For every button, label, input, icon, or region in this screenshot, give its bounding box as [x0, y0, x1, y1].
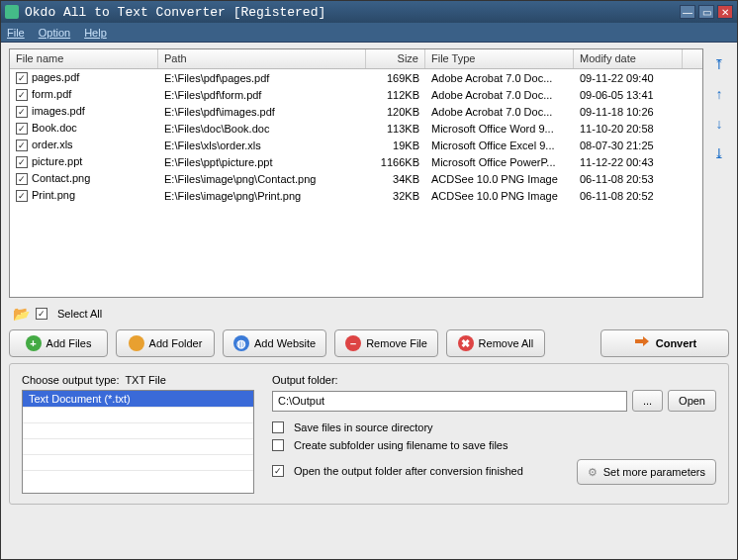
file-path: E:\Files\image\png\Print.png	[158, 189, 366, 203]
output-type-list[interactable]: Text Document (*.txt)	[22, 390, 254, 494]
table-row[interactable]: ✓order.xlsE:\Files\xls\order.xls19KBMicr…	[10, 137, 702, 153]
row-checkbox[interactable]: ✓	[16, 140, 28, 151]
file-name: picture.ppt	[32, 155, 82, 167]
file-type: ACDSee 10.0 PNG Image	[425, 172, 574, 186]
row-checkbox[interactable]: ✓	[16, 173, 28, 185]
file-path: E:\Files\pdf\images.pdf	[158, 105, 366, 119]
col-header-date[interactable]: Modify date	[574, 49, 683, 68]
col-header-type[interactable]: File Type	[425, 49, 574, 68]
file-size: 1166KB	[366, 155, 425, 169]
gear-icon: ⚙	[588, 466, 598, 479]
file-size: 169KB	[366, 71, 425, 85]
open-folder-button[interactable]: Open	[668, 390, 716, 412]
move-top-button[interactable]: ⤒	[711, 56, 727, 72]
file-name: order.xls	[32, 139, 73, 150]
row-checkbox[interactable]: ✓	[16, 190, 28, 202]
folder-up-icon[interactable]: 📂	[13, 306, 30, 322]
file-date: 06-11-08 20:53	[574, 172, 683, 186]
row-checkbox[interactable]: ✓	[16, 156, 28, 168]
add-files-button[interactable]: +Add Files	[9, 329, 108, 357]
file-path: E:\Files\ppt\picture.ppt	[158, 155, 366, 169]
minus-icon: –	[345, 335, 361, 351]
maximize-button[interactable]: ▭	[698, 5, 714, 19]
table-row[interactable]: ✓Book.docE:\Files\doc\Book.doc113KBMicro…	[10, 120, 702, 137]
menu-help[interactable]: Help	[84, 27, 107, 39]
file-path: E:\Files\pdf\pages.pdf	[158, 71, 366, 85]
col-header-name[interactable]: File name	[10, 49, 158, 68]
file-size: 34KB	[366, 172, 425, 186]
file-path: E:\Files\pdf\form.pdf	[158, 88, 366, 102]
set-more-parameters-button[interactable]: ⚙Set more parameters	[577, 459, 716, 485]
browse-button[interactable]: ...	[632, 390, 663, 412]
app-logo-icon	[5, 5, 19, 19]
remove-all-button[interactable]: ✖Remove All	[446, 329, 545, 357]
remove-file-button[interactable]: –Remove File	[334, 329, 438, 357]
row-checkbox[interactable]: ✓	[16, 89, 28, 101]
window-title: Okdo All to Text Converter [Registered]	[25, 5, 680, 20]
remove-all-icon: ✖	[458, 335, 474, 351]
file-date: 08-07-30 21:25	[574, 139, 683, 152]
col-header-path[interactable]: Path	[158, 49, 366, 68]
file-date: 11-10-20 20:58	[574, 122, 683, 136]
file-size: 113KB	[366, 122, 425, 136]
minimize-button[interactable]: —	[680, 5, 695, 19]
open-after-checkbox[interactable]: ✓	[272, 465, 284, 477]
table-row[interactable]: ✓images.pdfE:\Files\pdf\images.pdf120KBA…	[10, 103, 702, 120]
file-name: pages.pdf	[32, 71, 79, 83]
file-type: Microsoft Office PowerP...	[425, 155, 574, 169]
open-after-label: Open the output folder after conversion …	[294, 465, 523, 477]
file-name: Book.doc	[32, 122, 77, 134]
menu-file[interactable]: File	[7, 27, 25, 39]
move-bottom-button[interactable]: ⤓	[711, 145, 727, 161]
file-path: E:\Files\doc\Book.doc	[158, 122, 366, 136]
output-folder-input[interactable]	[272, 391, 627, 412]
move-up-button[interactable]: ↑	[711, 86, 727, 102]
folder-icon	[129, 335, 144, 351]
row-checkbox[interactable]: ✓	[16, 123, 28, 135]
convert-button[interactable]: Convert	[600, 329, 729, 357]
file-name: form.pdf	[32, 88, 71, 100]
add-website-button[interactable]: ◍Add Website	[223, 329, 326, 357]
file-path: E:\Files\xls\order.xls	[158, 139, 366, 152]
table-row[interactable]: ✓pages.pdfE:\Files\pdf\pages.pdf169KBAdo…	[10, 69, 702, 86]
file-type: Microsoft Office Word 9...	[425, 122, 574, 136]
table-row[interactable]: ✓Contact.pngE:\Files\image\png\Contact.p…	[10, 170, 702, 187]
close-button[interactable]: ✕	[717, 5, 733, 19]
menu-option[interactable]: Option	[39, 27, 70, 39]
add-folder-button[interactable]: Add Folder	[116, 329, 215, 357]
table-row[interactable]: ✓picture.pptE:\Files\ppt\picture.ppt1166…	[10, 153, 702, 170]
file-size: 112KB	[366, 88, 425, 102]
menubar: File Option Help	[1, 23, 737, 43]
file-date: 09-11-18 10:26	[574, 105, 683, 119]
convert-icon	[633, 335, 651, 351]
create-subfolder-label: Create subfolder using filename to save …	[294, 439, 507, 451]
create-subfolder-checkbox[interactable]	[272, 439, 284, 451]
move-down-button[interactable]: ↓	[711, 116, 727, 132]
file-type: Adobe Acrobat 7.0 Doc...	[425, 88, 574, 102]
file-type: Adobe Acrobat 7.0 Doc...	[425, 105, 574, 119]
file-name: Print.png	[32, 189, 75, 201]
file-name: Contact.png	[32, 172, 90, 184]
table-row[interactable]: ✓form.pdfE:\Files\pdf\form.pdf112KBAdobe…	[10, 86, 702, 103]
globe-icon: ◍	[233, 335, 249, 351]
col-header-size[interactable]: Size	[366, 49, 425, 68]
output-type-label: Choose output type:	[22, 374, 119, 386]
file-date: 09-11-22 09:40	[574, 71, 683, 85]
table-row[interactable]: ✓Print.pngE:\Files\image\png\Print.png32…	[10, 187, 702, 204]
save-source-checkbox[interactable]	[272, 421, 284, 433]
row-checkbox[interactable]: ✓	[16, 72, 28, 84]
file-type: ACDSee 10.0 PNG Image	[425, 189, 574, 203]
output-type-option[interactable]: Text Document (*.txt)	[23, 391, 253, 407]
file-path: E:\Files\image\png\Contact.png	[158, 172, 366, 186]
file-date: 11-12-22 00:43	[574, 155, 683, 169]
row-checkbox[interactable]: ✓	[16, 106, 28, 118]
titlebar: Okdo All to Text Converter [Registered] …	[1, 1, 737, 23]
file-size: 120KB	[366, 105, 425, 119]
file-name: images.pdf	[32, 105, 85, 117]
file-date: 06-11-08 20:52	[574, 189, 683, 203]
output-folder-label: Output folder:	[272, 374, 716, 386]
plus-icon: +	[26, 335, 42, 351]
select-all-checkbox[interactable]: ✓	[36, 308, 47, 320]
file-list-header: File name Path Size File Type Modify dat…	[10, 49, 702, 69]
file-list[interactable]: File name Path Size File Type Modify dat…	[9, 48, 703, 298]
